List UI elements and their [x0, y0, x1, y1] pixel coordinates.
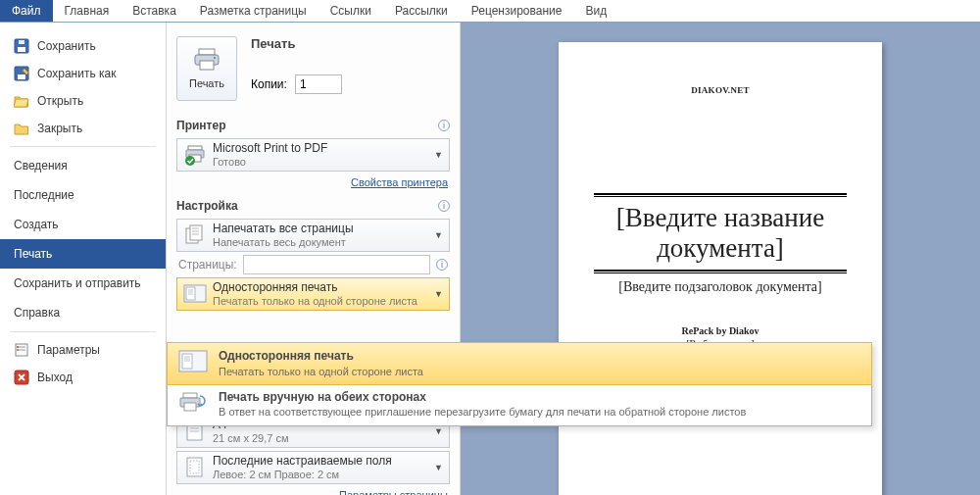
- sidebar-item-label: Открыть: [37, 94, 83, 108]
- sidebar-сведения[interactable]: Сведения: [0, 151, 166, 180]
- info-icon[interactable]: i: [436, 259, 448, 271]
- copies-label: Копии:: [251, 77, 287, 91]
- print-button-label: Печать: [189, 77, 224, 89]
- print-scope-dropdown[interactable]: Напечатать все страницы Напечатать весь …: [176, 219, 450, 252]
- svg-point-8: [17, 346, 19, 348]
- file-sidebar: СохранитьСохранить какОткрытьЗакрыть Све…: [0, 23, 167, 495]
- printer-status-icon: [183, 143, 207, 167]
- options-icon: [14, 342, 29, 358]
- svg-point-18: [185, 156, 195, 166]
- close-icon: [14, 121, 29, 136]
- svg-rect-36: [184, 403, 196, 411]
- sidebar-открыть[interactable]: Открыть: [0, 87, 166, 115]
- sides-option-icon: [177, 349, 209, 374]
- sidebar-item-label: Закрыть: [37, 122, 82, 135]
- sides-title: Односторонняя печать: [213, 280, 428, 294]
- sidebar-item-label: Сохранить: [37, 39, 96, 53]
- sides-option-icon: [177, 390, 209, 416]
- svg-rect-2: [19, 40, 24, 44]
- printer-icon: [193, 48, 220, 72]
- ribbon-tab-вставка[interactable]: Вставка: [121, 0, 188, 22]
- svg-rect-15: [188, 146, 202, 150]
- sidebar-печать[interactable]: Печать: [0, 239, 166, 269]
- printer-status: Готово: [213, 156, 428, 169]
- pages-icon: [183, 223, 207, 247]
- title-rule-bottom: [594, 270, 847, 273]
- sidebar-сохранить-как[interactable]: Сохранить как: [0, 60, 166, 87]
- info-icon[interactable]: i: [438, 120, 450, 131]
- scope-subtitle: Напечатать весь документ: [213, 236, 428, 249]
- sidebar-item-label: Сохранить как: [37, 67, 116, 80]
- svg-rect-13: [200, 61, 214, 70]
- chevron-down-icon: ▼: [434, 150, 443, 160]
- single-side-icon: [183, 282, 207, 306]
- pages-label: Страницы:: [178, 258, 237, 272]
- sidebar-separator: [10, 146, 156, 147]
- sidebar-закрыть[interactable]: Закрыть: [0, 115, 166, 142]
- svg-rect-4: [18, 74, 25, 79]
- sidebar-сохранить-и-отправить[interactable]: Сохранить и отправить: [0, 269, 166, 298]
- sidebar-последние[interactable]: Последние: [0, 180, 166, 210]
- paper-subtitle: 21 см x 29,7 см: [213, 432, 428, 445]
- chevron-down-icon: ▼: [434, 463, 443, 472]
- sidebar-item-label: Выход: [37, 371, 73, 384]
- sides-option-1[interactable]: Печать вручную на обеих сторонахВ ответ …: [168, 384, 871, 425]
- print-settings-panel: Печать Печать Копии: Принтер i: [167, 23, 461, 495]
- printer-dropdown[interactable]: Microsoft Print to PDF Готово ▼: [176, 138, 450, 172]
- doc-subtitle: [Введите подзаголовок документа]: [594, 279, 847, 296]
- title-rule-top: [594, 193, 847, 197]
- svg-rect-20: [190, 225, 202, 240]
- ribbon-tab-вид[interactable]: Вид: [573, 0, 618, 22]
- option-title: Односторонняя печать: [219, 349, 423, 365]
- ribbon-tab-рассылки[interactable]: Рассылки: [383, 0, 460, 22]
- info-icon[interactable]: i: [438, 200, 450, 212]
- print-heading: Печать: [251, 36, 342, 51]
- sidebar-создать[interactable]: Создать: [0, 210, 166, 239]
- doc-meta1: RePack by Diakov: [594, 325, 847, 336]
- printer-heading: Принтер: [176, 119, 225, 132]
- ribbon-tabs: ФайлГлавнаяВставкаРазметка страницыСсылк…: [0, 0, 980, 23]
- option-desc: В ответ на соответствующее приглашение п…: [219, 405, 746, 419]
- scope-title: Напечатать все страницы: [213, 222, 428, 235]
- page-setup-link[interactable]: Параметры страницы: [339, 489, 448, 495]
- sides-subtitle: Печатать только на одной стороне листа: [213, 295, 428, 308]
- printer-name: Microsoft Print to PDF: [213, 141, 428, 155]
- svg-rect-34: [183, 393, 197, 398]
- doc-header: DIAKOV.NET: [594, 85, 847, 95]
- sidebar-справка[interactable]: Справка: [0, 298, 166, 327]
- option-desc: Печатать только на одной стороне листа: [219, 365, 423, 378]
- margins-title: Последние настраиваемые поля: [213, 454, 428, 468]
- exit-icon: [14, 370, 29, 385]
- copies-input[interactable]: [295, 74, 342, 94]
- open-icon: [14, 93, 29, 109]
- ribbon-tab-ссылки[interactable]: Ссылки: [318, 0, 383, 22]
- printer-properties-link[interactable]: Свойства принтера: [351, 176, 448, 188]
- svg-rect-1: [18, 47, 25, 52]
- margins-dropdown[interactable]: Последние настраиваемые поля Левое: 2 см…: [176, 451, 450, 484]
- ribbon-tab-главная[interactable]: Главная: [53, 0, 122, 22]
- preview-page: DIAKOV.NET [Введите название документа] …: [559, 42, 882, 495]
- sidebar-item-label: Параметры: [37, 343, 100, 357]
- ribbon-tab-разметка страницы[interactable]: Разметка страницы: [188, 0, 318, 22]
- print-button[interactable]: Печать: [176, 36, 237, 101]
- margins-subtitle: Левое: 2 см Правое: 2 см: [213, 469, 428, 481]
- margins-icon: [183, 456, 207, 479]
- chevron-down-icon: ▼: [434, 230, 443, 240]
- option-title: Печать вручную на обеих сторонах: [219, 390, 746, 406]
- sides-dropdown[interactable]: Односторонняя печать Печатать только на …: [176, 277, 450, 311]
- save-icon: [14, 38, 29, 54]
- svg-point-9: [17, 349, 19, 351]
- svg-point-14: [214, 57, 216, 59]
- chevron-down-icon: ▼: [434, 289, 443, 299]
- svg-rect-11: [199, 49, 215, 55]
- doc-title: [Введите название документа]: [594, 203, 847, 264]
- sidebar-параметры[interactable]: Параметры: [0, 336, 166, 364]
- pages-input[interactable]: [243, 255, 430, 274]
- sidebar-выход[interactable]: Выход: [0, 364, 166, 391]
- sides-option-0[interactable]: Односторонняя печатьПечатать только на о…: [167, 342, 872, 385]
- ribbon-tab-файл[interactable]: Файл: [0, 0, 53, 22]
- chevron-down-icon: ▼: [434, 426, 443, 436]
- sidebar-сохранить[interactable]: Сохранить: [0, 32, 166, 60]
- settings-heading: Настройка: [176, 199, 238, 213]
- ribbon-tab-рецензирование[interactable]: Рецензирование: [460, 0, 574, 22]
